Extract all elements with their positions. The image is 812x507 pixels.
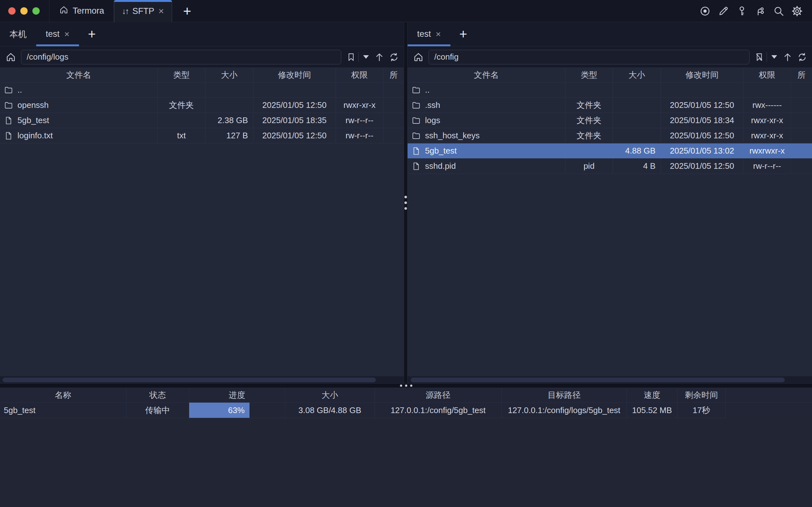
column-header-5[interactable]: 所	[383, 68, 404, 82]
edit-icon[interactable]	[717, 5, 729, 17]
bookmark-icon[interactable]	[346, 50, 357, 64]
path-actions-separator	[767, 52, 767, 62]
file-row-openssh[interactable]: openssh文件夹2025/01/05 12:50rwxr-xr-x	[0, 98, 404, 113]
transfer-column-header-6[interactable]: 速度	[627, 388, 678, 403]
file-cell-mtime: 2025/01/05 12:50	[253, 128, 336, 144]
column-header-2[interactable]: 大小	[205, 68, 253, 82]
pane-splitter[interactable]	[404, 22, 408, 383]
pane-tab-label: 本机	[9, 29, 27, 40]
transfer-panel-empty-area	[0, 418, 812, 507]
parent-directory-icon[interactable]	[781, 50, 794, 64]
settings-icon[interactable]	[791, 5, 803, 17]
column-header-4[interactable]: 权限	[336, 68, 383, 82]
home-directory-button[interactable]	[3, 52, 18, 62]
file-row-..[interactable]: ..	[0, 82, 404, 98]
transfer-panel-splitter[interactable]	[0, 383, 812, 388]
file-name-cell: .ssh	[408, 98, 565, 113]
close-tab-icon[interactable]: ×	[158, 6, 164, 16]
column-header-1[interactable]: 类型	[158, 68, 205, 82]
file-cell-type: pid	[565, 159, 613, 174]
transfer-column-header-5[interactable]: 目标路径	[501, 388, 627, 403]
new-terminal-tab-button[interactable]: +	[172, 0, 203, 22]
file-row-loginfo.txt[interactable]: loginfo.txttxt127 B2025/01/05 12:50rw-r-…	[0, 128, 404, 144]
left-path-actions	[344, 50, 400, 64]
keychain-icon[interactable]	[754, 5, 766, 17]
file-row-..[interactable]: ..	[408, 82, 812, 98]
file-row-logs[interactable]: logs文件夹2025/01/05 18:34rwxr-xr-x	[408, 113, 812, 128]
pane-tab-test[interactable]: test×	[408, 22, 450, 46]
scrollbar-thumb[interactable]	[3, 378, 376, 382]
transfer-cell-progress: 63%	[189, 403, 285, 418]
home-directory-button[interactable]	[411, 52, 426, 62]
column-header-3[interactable]: 修改时间	[661, 68, 744, 82]
transfer-column-header-2[interactable]: 进度	[189, 388, 285, 403]
file-row-5gb_test[interactable]: 5gb_test2.38 GB2025/01/05 18:35rw-r--r--	[0, 113, 404, 128]
folder-icon	[412, 101, 421, 110]
tab-sftp[interactable]: ↓↑ SFTP ×	[114, 0, 172, 22]
column-header-1[interactable]: 类型	[565, 68, 613, 82]
pane-tab-test[interactable]: test×	[36, 22, 79, 46]
file-cell-owner	[383, 82, 404, 98]
bookmark-slash-icon[interactable]	[754, 50, 765, 64]
file-row-ssh_host_keys[interactable]: ssh_host_keys文件夹2025/01/05 12:50rwxr-xr-…	[408, 128, 812, 144]
file-name: .ssh	[425, 100, 440, 110]
file-row-.ssh[interactable]: .ssh文件夹2025/01/05 12:50rwx------	[408, 98, 812, 113]
column-header-4[interactable]: 权限	[744, 68, 791, 82]
transfer-column-header-1[interactable]: 状态	[126, 388, 189, 403]
refresh-icon[interactable]	[796, 50, 809, 64]
file-name-cell: openssh	[0, 98, 158, 113]
close-tab-icon[interactable]: ×	[64, 30, 69, 39]
refresh-icon[interactable]	[387, 50, 400, 64]
file-name: 5gb_test	[17, 115, 49, 125]
file-cell-type: 文件夹	[158, 98, 205, 113]
file-row-5gb_test[interactable]: 5gb_test4.88 GB2025/01/05 13:02rwxrwxr-x	[408, 144, 812, 159]
transfer-column-header-7[interactable]: 剩余时间	[678, 388, 726, 403]
file-name-cell: ..	[0, 82, 158, 98]
minimize-window-button[interactable]	[20, 7, 28, 15]
column-header-0[interactable]: 文件名	[408, 68, 565, 82]
file-cell-size	[613, 98, 661, 113]
right-file-table: 文件名类型大小修改时间权限所...ssh文件夹2025/01/05 12:50r…	[408, 68, 812, 376]
close-tab-icon[interactable]: ×	[436, 30, 441, 39]
column-header-0[interactable]: 文件名	[0, 68, 158, 82]
file-cell-owner	[791, 82, 812, 98]
file-cell-size	[205, 82, 253, 98]
left-pathbar	[0, 46, 404, 68]
transfer-column-header-4[interactable]: 源路径	[375, 388, 501, 403]
column-header-2[interactable]: 大小	[613, 68, 661, 82]
bookmark-dropdown-icon[interactable]	[769, 50, 779, 64]
app-home-tab-label: Termora	[73, 6, 104, 16]
file-cell-mtime: 2025/01/05 12:50	[661, 159, 744, 174]
transfer-cell-status: 传输中	[126, 403, 189, 418]
new-pane-tab-button[interactable]: +	[79, 22, 105, 46]
search-icon[interactable]	[773, 5, 785, 17]
parent-directory-icon[interactable]	[373, 50, 386, 64]
file-cell-type	[158, 113, 205, 128]
column-header-3[interactable]: 修改时间	[253, 68, 336, 82]
file-cell-type: 文件夹	[565, 98, 613, 113]
app-home-tab[interactable]: Termora	[49, 0, 114, 22]
progress-bar: 63%	[189, 403, 250, 418]
record-icon[interactable]	[699, 5, 711, 17]
transfer-column-header-3[interactable]: 大小	[285, 388, 375, 403]
scrollbar-thumb[interactable]	[411, 378, 785, 382]
new-pane-tab-button[interactable]: +	[450, 22, 476, 46]
path-input[interactable]	[429, 50, 750, 64]
transfer-cell-size: 3.08 GB/4.88 GB	[285, 403, 375, 418]
bookmark-dropdown-icon[interactable]	[361, 50, 371, 64]
folder-icon	[412, 131, 421, 140]
close-window-button[interactable]	[8, 7, 15, 15]
file-cell-owner	[791, 144, 812, 159]
file-table-header-row: 文件名类型大小修改时间权限所	[408, 68, 812, 82]
zoom-window-button[interactable]	[33, 7, 40, 15]
file-cell-mtime: 2025/01/05 12:50	[661, 128, 744, 144]
pane-tab-本机[interactable]: 本机	[0, 22, 36, 46]
transfer-column-header-0[interactable]: 名称	[0, 388, 126, 403]
file-row-sshd.pid[interactable]: sshd.pidpid4 B2025/01/05 12:50rw-r--r--	[408, 159, 812, 174]
file-name: ssh_host_keys	[425, 131, 480, 140]
key-icon[interactable]	[736, 5, 748, 17]
path-input[interactable]	[21, 50, 341, 64]
transfer-row-5gb_test[interactable]: 5gb_test传输中63%3.08 GB/4.88 GB127.0.0.1:/…	[0, 403, 812, 418]
column-header-5[interactable]: 所	[791, 68, 812, 82]
file-cell-mtime: 2025/01/05 12:50	[661, 98, 744, 113]
